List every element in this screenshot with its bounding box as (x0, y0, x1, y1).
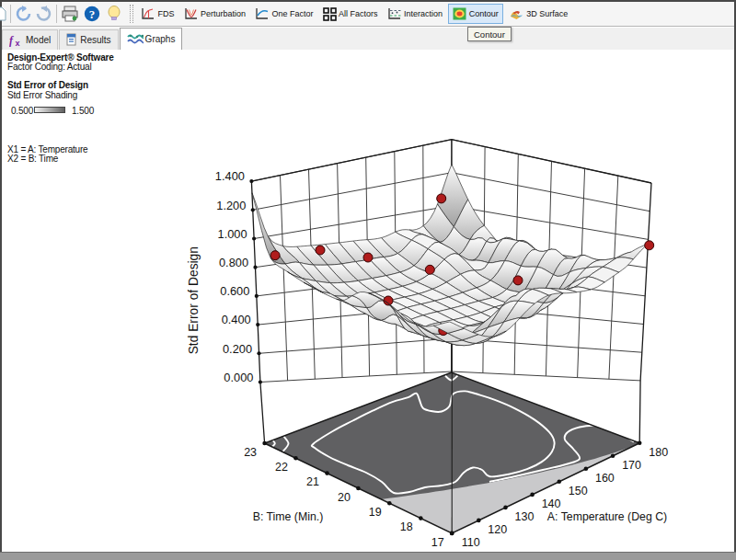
svg-text:120: 120 (488, 523, 507, 536)
svg-text:20: 20 (338, 491, 351, 504)
svg-text:110: 110 (462, 536, 480, 549)
svg-text:180: 180 (649, 446, 668, 459)
svg-text:170: 170 (622, 459, 641, 472)
svg-text:140: 140 (542, 497, 561, 510)
svg-text:0.800: 0.800 (219, 256, 248, 269)
svg-text:1.400: 1.400 (215, 169, 245, 183)
svg-text:f: f (9, 34, 14, 47)
svg-text:18: 18 (400, 520, 413, 533)
svg-text:?: ? (89, 7, 96, 21)
svg-text:x: x (16, 39, 20, 47)
svg-text:0.400: 0.400 (222, 313, 251, 326)
svg-text:19: 19 (369, 506, 382, 519)
svg-text:150: 150 (569, 485, 588, 497)
svg-text:Std Error of Design: Std Error of Design (188, 246, 201, 354)
svg-text:23: 23 (244, 446, 257, 459)
svg-text:B: Time (Min.): B: Time (Min.) (253, 510, 324, 523)
svg-text:130: 130 (515, 510, 535, 523)
svg-text:160: 160 (595, 472, 615, 485)
svg-text:1.000: 1.000 (218, 227, 247, 241)
svg-text:22: 22 (275, 461, 288, 474)
svg-text:0.600: 0.600 (220, 284, 249, 298)
svg-text:1.200: 1.200 (216, 199, 246, 212)
svg-text:21: 21 (306, 475, 319, 488)
svg-text:0.000: 0.000 (224, 371, 253, 384)
svg-text:0.200: 0.200 (223, 342, 252, 356)
svg-text:A: Temperature (Deg C): A: Temperature (Deg C) (547, 510, 667, 523)
svg-text:17: 17 (431, 536, 444, 549)
